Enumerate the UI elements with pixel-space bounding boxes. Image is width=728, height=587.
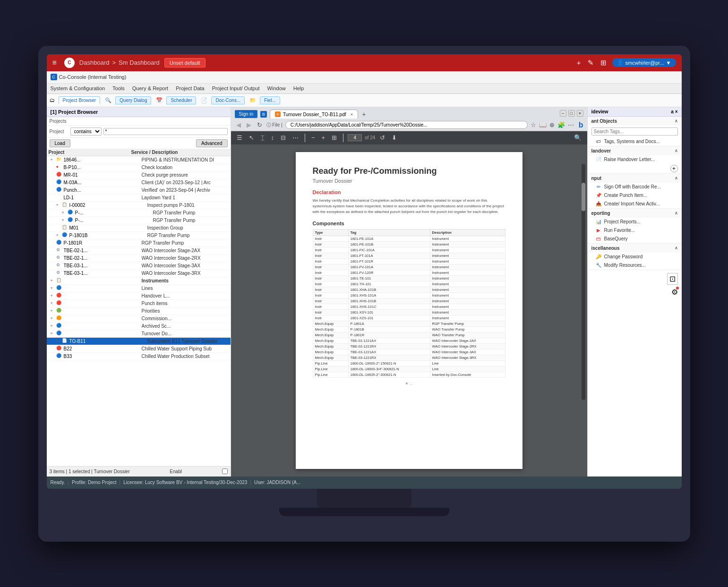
expand-icon[interactable]: + xyxy=(56,339,62,343)
tab-close-icon[interactable]: × xyxy=(350,112,353,117)
expand-icon[interactable]: + xyxy=(51,316,56,321)
menu-help[interactable]: Help xyxy=(293,85,304,91)
tree-row[interactable]: 🔵 B33 Chilled Water Production Subset xyxy=(47,353,231,360)
breadcrumb-sm[interactable]: Sm Dashboard xyxy=(119,59,160,66)
add-icon[interactable]: + xyxy=(577,59,581,67)
section-header-handover[interactable]: landover ∧ xyxy=(588,146,682,155)
section-header-ant-objects[interactable]: ant Objects ∧ xyxy=(588,117,682,126)
tab-fiel[interactable]: Fiel... xyxy=(260,96,280,104)
right-item-basequery[interactable]: 🗃 BaseQuery xyxy=(588,235,682,243)
tree-row[interactable]: + 🟢 Priorities xyxy=(47,307,231,315)
menu-project-input[interactable]: Project Input/ Output xyxy=(212,85,260,91)
unset-default-button[interactable]: Unset default xyxy=(164,58,206,68)
tree-row-selected[interactable]: + 📄 TO-B11 Subsystem B11 Turnover Dossie… xyxy=(47,338,231,345)
pdf-current-page[interactable] xyxy=(348,134,362,141)
enable-checkbox[interactable] xyxy=(222,468,228,474)
right-item-import-activity[interactable]: 📥 Create/ Import New Activ... xyxy=(588,200,682,208)
right-panel-controls[interactable]: a × xyxy=(671,109,677,114)
menu-tools[interactable]: Tools xyxy=(112,85,125,91)
tree-row[interactable]: + 🔵 Turnover Do... xyxy=(47,330,231,338)
bookmark-icon[interactable]: ☆ xyxy=(531,121,536,128)
menu-window[interactable]: Window xyxy=(267,85,286,91)
reading-icon[interactable]: 📖 xyxy=(539,121,547,128)
pdf-page-layout-button[interactable]: ⊟ xyxy=(279,133,288,142)
pdf-scroll-button[interactable]: ↕ xyxy=(269,133,276,142)
tree-row[interactable]: + 🔵 P-... RGP Transfer Pump xyxy=(47,217,231,224)
hamburger-icon[interactable]: ≡ xyxy=(52,59,57,67)
expand-icon[interactable]: + xyxy=(62,210,68,215)
tree-row[interactable]: LD-1 Laydown Yard 1 xyxy=(47,194,231,202)
tree-row[interactable]: ⚙ TBE-02-1... WAO Intercooler Stage-2RX xyxy=(47,255,231,262)
tree-row[interactable]: ⚙ TBE-03-1... WAO Intercooler Stage-3RX xyxy=(47,270,231,277)
pdf-zoom-out-button[interactable]: − xyxy=(309,133,317,142)
add-handover-button[interactable]: + xyxy=(670,165,678,172)
browser-tab-active[interactable]: P Turnover Dossier_TO-B11.pdf × xyxy=(270,110,358,119)
tree-row[interactable]: 🔵 Punch... Verified' on 2023-Sep-04 | Ar… xyxy=(47,187,231,194)
tab-query-dialog[interactable]: Query Dialog xyxy=(115,96,151,104)
tree-row[interactable]: + 📋 Instruments xyxy=(47,277,231,285)
filter-condition-select[interactable]: contains xyxy=(70,128,102,136)
collections-icon[interactable]: ⊕ xyxy=(549,121,555,128)
pdf-search-button[interactable]: 🔍 xyxy=(572,133,583,142)
right-item-sign-off[interactable]: ✏ Sign Off with Barcode Re... xyxy=(588,183,682,191)
tree-row[interactable]: + 🔵 P-... RGP Transfer Pump xyxy=(47,209,231,217)
tree-row[interactable]: + 🔵 Archived Sc... xyxy=(47,323,231,330)
tree-row[interactable]: 🔴 B22 Chilled Water Support Piping Sub xyxy=(47,345,231,353)
tree-row[interactable]: + 📋 I-00002 Inspect pumps P-1801 xyxy=(47,202,231,209)
tab-doc-cons[interactable]: Doc-Cons... xyxy=(211,96,245,104)
browser-maximize-button[interactable]: □ xyxy=(568,110,575,117)
right-item-create-punch[interactable]: 📌 Create Punch Item... xyxy=(588,191,682,200)
pdf-zoom-in-button[interactable]: + xyxy=(320,133,327,142)
tree-row[interactable]: ⚙ TBE-03-1... WAO Intercooler Stage-3AX xyxy=(47,262,231,270)
tree-row[interactable]: + 🟠 Commission... xyxy=(47,315,231,323)
menu-project-data[interactable]: Project Data xyxy=(176,85,205,91)
forward-button[interactable]: ▶ xyxy=(245,121,253,129)
right-item-tags[interactable]: 🏷 Tags, Systems and Docs... xyxy=(588,137,682,146)
expand-icon[interactable]: + xyxy=(51,157,56,162)
back-button[interactable]: ◀ xyxy=(235,121,242,129)
expand-icon[interactable]: ⊡ xyxy=(667,273,678,285)
expand-icon[interactable]: + xyxy=(51,308,56,313)
expand-icon[interactable]: + xyxy=(51,278,56,283)
expand-icon[interactable]: + xyxy=(56,203,62,207)
expand-icon[interactable]: + xyxy=(62,218,68,222)
section-header-input[interactable]: nput ∧ xyxy=(588,174,682,183)
filter-value-input[interactable] xyxy=(103,128,228,135)
right-item-modify-resources[interactable]: 🔧 Modify Resources... xyxy=(588,261,682,270)
breadcrumb-dashboard[interactable]: Dashboard xyxy=(79,59,110,66)
advanced-button[interactable]: Advanced xyxy=(196,139,227,147)
address-input[interactable] xyxy=(285,121,528,129)
pdf-fit-button[interactable]: ⊞ xyxy=(330,133,339,142)
pdf-scrollbar-thumb[interactable] xyxy=(582,183,585,211)
settings-with-badge[interactable]: ⚙ xyxy=(671,288,678,297)
expand-icon[interactable]: + xyxy=(51,331,56,336)
right-item-project-reports[interactable]: 📊 Project Reports... xyxy=(588,218,682,226)
sign-in-button[interactable]: Sign in xyxy=(235,110,258,118)
expand-icon[interactable]: + xyxy=(56,233,62,238)
tree-row[interactable]: ● B-P10... Check location xyxy=(47,164,231,171)
section-header-reporting[interactable]: eporting ∧ xyxy=(588,209,682,218)
browser-minimize-button[interactable]: − xyxy=(560,110,566,117)
tab-scheduler[interactable]: Scheduler xyxy=(166,96,196,104)
tree-row[interactable]: + 🔵 P-1801B RGP Transfer Pump xyxy=(47,232,231,239)
tree-row[interactable]: 🔵 P-1801R RGP Transfer Pump xyxy=(47,239,231,247)
pdf-more-button[interactable]: ⋯ xyxy=(291,133,300,142)
expand-icon[interactable]: + xyxy=(51,301,56,306)
grid-icon[interactable]: ⊞ xyxy=(600,59,607,67)
tree-row[interactable]: 🔴 MR-01 Check purge pressure xyxy=(47,171,231,179)
new-tab-button[interactable]: + xyxy=(359,109,368,119)
tree-row[interactable]: + 🔵 Lines xyxy=(47,285,231,292)
pdf-scrollbar[interactable] xyxy=(582,164,585,400)
pdf-rotate-button[interactable]: ↺ xyxy=(378,133,387,142)
tree-row[interactable]: ⚙ TBE-02-1... WAO Intercooler Stage-2AX xyxy=(47,247,231,255)
expand-icon[interactable]: + xyxy=(51,293,56,298)
user-badge[interactable]: 👤 smcwhirler@pr... ▼ xyxy=(612,58,676,67)
refresh-button[interactable]: ↻ xyxy=(256,121,264,129)
menu-query[interactable]: Query & Report xyxy=(132,85,168,91)
search-input[interactable] xyxy=(591,128,678,136)
tree-row[interactable]: + 🔴 Punch items xyxy=(47,300,231,307)
expand-icon[interactable]: + xyxy=(51,286,56,290)
right-item-run-favorite[interactable]: ▶ Run Favorite... xyxy=(588,226,682,235)
edit-icon[interactable]: ✎ xyxy=(588,59,594,67)
extensions-icon[interactable]: 🧩 xyxy=(557,121,565,128)
